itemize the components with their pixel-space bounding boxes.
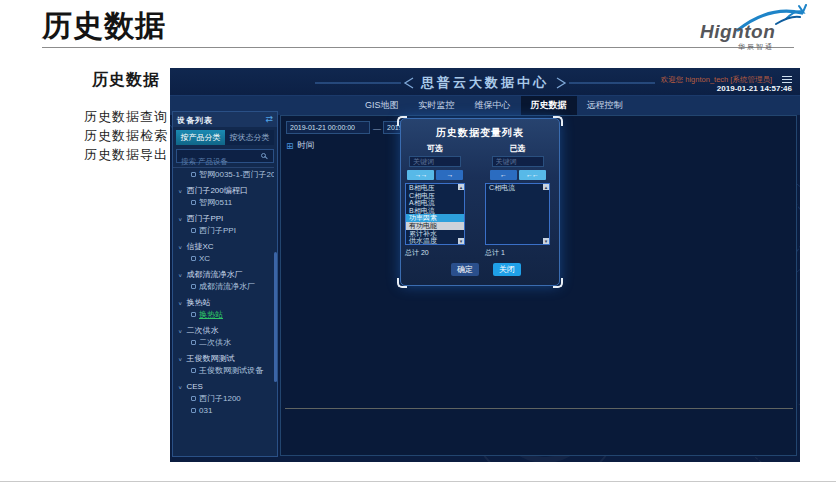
tree-group[interactable]: ∨二次供水 (178, 326, 274, 336)
confirm-button[interactable]: 确定 (451, 263, 479, 276)
tree-group[interactable]: ∨成都清流净水厂 (178, 270, 274, 280)
tree-leaf[interactable]: 智网0035-1-西门子200 (191, 170, 274, 180)
tree-leaf[interactable]: 西门子PPI (191, 226, 274, 236)
hignton-logo: Hignton 华辰智通 (694, 4, 810, 54)
modal-corner-bracket (553, 278, 563, 288)
transfer-buttons-left: →→ → (407, 170, 463, 180)
device-search-input[interactable] (177, 156, 273, 168)
tab-remote-control[interactable]: 远程控制 (577, 96, 633, 115)
variable-item[interactable]: A相电流 (406, 199, 464, 207)
move-right-button[interactable]: → (436, 170, 463, 180)
header-bracket-right-icon (555, 77, 655, 89)
chevron-down-icon: ∨ (178, 299, 182, 307)
move-left-button[interactable]: ← (490, 170, 517, 180)
sidebar-item-export: 历史数据导出 (84, 146, 168, 164)
modal-corner-bracket (553, 116, 563, 126)
chevron-down-icon: ∨ (178, 355, 182, 363)
variable-item[interactable]: C相电压 (406, 192, 464, 200)
variable-item[interactable]: B相电流 (406, 207, 464, 215)
tree-leaf[interactable]: 西门子1200 (191, 394, 274, 404)
device-tag-icon (191, 284, 196, 289)
tree-group[interactable]: ∨换热站 (178, 298, 274, 308)
panel-scrollbar[interactable] (274, 252, 277, 382)
device-tag-icon (191, 340, 196, 345)
device-tag-icon (191, 396, 196, 401)
device-tag-icon (191, 312, 196, 317)
tree-group[interactable]: ∨西门子PPI (178, 214, 274, 224)
tree-leaf[interactable]: 王俊数网测试设备 (191, 366, 274, 376)
tab-history-data[interactable]: 历史数据 (521, 96, 577, 115)
scroll-up-icon[interactable]: ▴ (458, 184, 464, 190)
dashboard-title: 思普云大数据中心 (421, 74, 549, 92)
tab-realtime-monitor[interactable]: 实时监控 (409, 96, 465, 115)
tree-group[interactable]: ∨西门子200编程口 (178, 186, 274, 196)
selected-keyword-input[interactable] (492, 156, 544, 167)
variable-item[interactable]: B相电压 (406, 184, 464, 192)
modal-title: 历史数据变量列表 (401, 126, 559, 140)
tab-maintenance-center[interactable]: 维保中心 (465, 96, 521, 115)
datetime-text: 2019-01-21 14:57:46 (717, 84, 792, 93)
chevron-down-icon: ∨ (178, 187, 182, 195)
swap-icon[interactable]: ⇄ (265, 114, 273, 124)
device-tag-icon (191, 368, 196, 373)
dashboard: 思普云大数据中心 欢迎您 hignton_tech [系统管理员] 2019-0… (170, 68, 800, 462)
sidebar-item-search: 历史数据检索 (84, 127, 168, 145)
variable-item[interactable]: 累计补水 (406, 230, 464, 238)
header-bracket-left-icon (315, 77, 415, 89)
tree-leaf[interactable]: 二次供水 (191, 338, 274, 348)
date-from-input[interactable] (286, 121, 370, 134)
available-label: 可选 (405, 143, 465, 155)
chevron-down-icon: ∨ (178, 215, 182, 223)
date-separator: — (373, 124, 381, 133)
variable-list-modal: 历史数据变量列表 可选 →→ → B相电压 C相电压 A相电流 B相电流 功率因… (400, 118, 560, 286)
close-button[interactable]: 关闭 (493, 263, 521, 276)
tree-group[interactable]: ∨CES (178, 382, 274, 392)
available-total: 总计 20 (405, 248, 465, 258)
modal-corner-bracket (397, 116, 407, 126)
selected-list: C相电流 ▴ ▾ (485, 183, 550, 245)
tab-gis-map[interactable]: GIS地图 (355, 96, 409, 115)
device-panel-tabs: 按产品分类 按状态分类 (176, 130, 274, 145)
tree-leaf[interactable]: 成都清流净水厂 (191, 282, 274, 292)
device-tag-icon (191, 228, 196, 233)
variable-item-selected[interactable]: 有功电能 (406, 222, 464, 230)
title-divider (42, 47, 794, 48)
slide-page: 历史数据 Hignton 华辰智通 历史数据 历史数据查询 历史数据检索 历史数… (0, 0, 836, 483)
device-tag-icon (191, 408, 196, 413)
selected-total: 总计 1 (485, 248, 550, 258)
variable-item[interactable]: 供水温度 (406, 237, 464, 245)
tree-group[interactable]: ∨王俊数网测试 (178, 354, 274, 364)
scroll-up-icon[interactable]: ▴ (543, 184, 549, 190)
chevron-down-icon: ∨ (178, 383, 182, 391)
tree-leaf-selected[interactable]: 换热站 (191, 310, 274, 320)
menu-icon[interactable] (782, 76, 792, 83)
tab-by-status[interactable]: 按状态分类 (225, 130, 274, 145)
tree-leaf[interactable]: 031 (191, 406, 274, 416)
content-divider (285, 408, 793, 409)
device-list-panel: 设备列表 ⇄ 按产品分类 按状态分类 智网0035-1-西门子200 ∨西门子2… (172, 111, 278, 457)
move-all-right-button[interactable]: →→ (407, 170, 434, 180)
device-tag-icon (191, 200, 196, 205)
selected-column: 已选 ← ←← C相电流 ▴ ▾ 总计 1 (485, 143, 550, 258)
logo-brand-text: Hignton (700, 21, 775, 43)
scroll-down-icon[interactable]: ▾ (458, 238, 464, 244)
device-panel-header: 设备列表 ⇄ (173, 112, 277, 127)
tree-leaf[interactable]: 智网0511 (191, 198, 274, 208)
scroll-down-icon[interactable]: ▾ (543, 238, 549, 244)
grid-icon: ⊞ (286, 141, 294, 151)
device-tag-icon (191, 256, 196, 261)
available-column: 可选 →→ → B相电压 C相电压 A相电流 B相电流 功率因素 有功电能 累计… (405, 143, 465, 258)
chevron-down-icon: ∨ (178, 243, 182, 251)
move-all-left-button[interactable]: ←← (519, 170, 546, 180)
tab-by-product[interactable]: 按产品分类 (176, 130, 225, 145)
available-keyword-input[interactable] (409, 156, 461, 167)
variable-item[interactable]: C相电流 (486, 184, 549, 192)
time-column-header: ⊞ 时间 (286, 140, 315, 152)
available-list: B相电压 C相电压 A相电流 B相电流 功率因素 有功电能 累计补水 供水温度 … (405, 183, 465, 245)
variable-item-selected[interactable]: 功率因素 (406, 214, 464, 222)
chevron-down-icon: ∨ (178, 271, 182, 279)
search-icon (261, 153, 266, 158)
tree-leaf[interactable]: XC (191, 254, 274, 264)
tree-group[interactable]: ∨信捷XC (178, 242, 274, 252)
page-title: 历史数据 (42, 6, 166, 47)
